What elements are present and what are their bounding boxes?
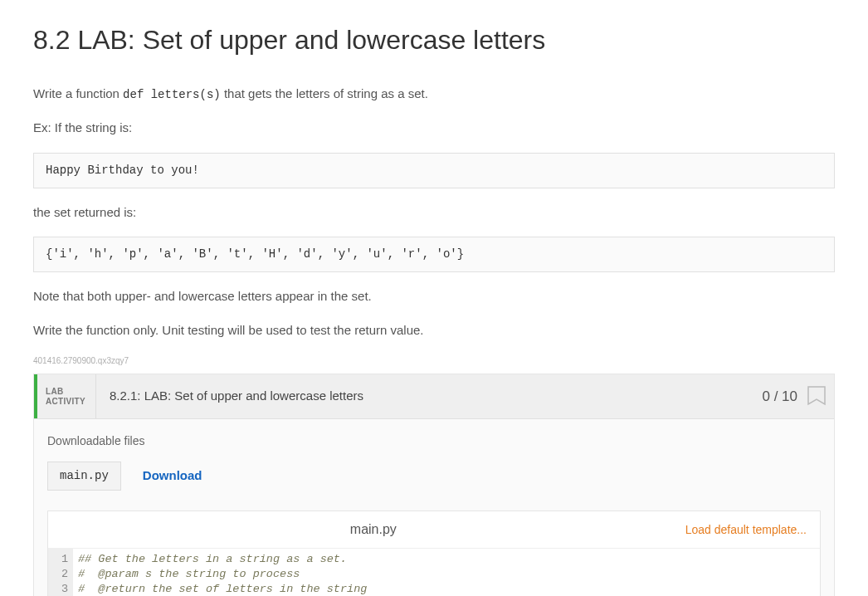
lab-activity-panel: LAB ACTIVITY 8.2.1: LAB: Set of upper an… bbox=[33, 374, 835, 596]
code-line[interactable]: # @param s the string to process bbox=[78, 567, 815, 582]
line-number: 3 bbox=[51, 582, 68, 596]
note-1: Note that both upper- and lowercase lett… bbox=[33, 287, 835, 306]
example-label: Ex: If the string is: bbox=[33, 119, 835, 138]
line-number: 2 bbox=[51, 567, 68, 582]
bookmark-icon[interactable] bbox=[807, 386, 826, 408]
load-default-link[interactable]: Load default template... bbox=[685, 521, 807, 539]
code-area[interactable]: ## Get the letters in a string as a set.… bbox=[73, 549, 820, 596]
file-chip: main.py bbox=[47, 462, 121, 491]
lab-badge-line2: ACTIVITY bbox=[46, 397, 85, 407]
editor-filename: main.py bbox=[61, 520, 685, 540]
intro-code: def letters(s) bbox=[123, 88, 221, 101]
lab-header: LAB ACTIVITY 8.2.1: LAB: Set of upper an… bbox=[34, 374, 834, 419]
note-2: Write the function only. Unit testing wi… bbox=[33, 321, 835, 340]
download-link[interactable]: Download bbox=[143, 467, 202, 486]
lab-badge: LAB ACTIVITY bbox=[37, 374, 96, 418]
editor-body[interactable]: 123456 ## Get the letters in a string as… bbox=[48, 549, 820, 596]
page-title: 8.2 LAB: Set of upper and lowercase lett… bbox=[33, 20, 835, 60]
lab-score-area: 0 / 10 bbox=[749, 374, 834, 418]
example-input-block: Happy Birthday to you! bbox=[33, 153, 835, 188]
score-value: 0 / 10 bbox=[762, 386, 797, 408]
intro-paragraph: Write a function def letters(s) that get… bbox=[33, 85, 835, 104]
lab-badge-line1: LAB bbox=[46, 387, 85, 397]
code-editor: main.py Load default template... 123456 … bbox=[47, 511, 821, 596]
intro-text-post: that gets the letters of string as a set… bbox=[221, 86, 428, 100]
code-line[interactable]: # @return the set of letters in the stri… bbox=[78, 582, 815, 596]
lab-title: 8.2.1: LAB: Set of upper and lowercase l… bbox=[96, 374, 749, 418]
editor-header: main.py Load default template... bbox=[48, 511, 820, 549]
result-label: the set returned is: bbox=[33, 203, 835, 222]
lab-body: Downloadable files main.py Download main… bbox=[34, 419, 834, 596]
downloadable-label: Downloadable files bbox=[47, 432, 821, 450]
line-number: 1 bbox=[51, 552, 68, 567]
line-gutter: 123456 bbox=[48, 549, 73, 596]
intro-text-pre: Write a function bbox=[33, 86, 123, 100]
example-output-block: {'i', 'h', 'p', 'a', 'B', 't', 'H', 'd',… bbox=[33, 237, 835, 272]
download-row: main.py Download bbox=[47, 462, 821, 491]
activity-id: 401416.2790900.qx3zqy7 bbox=[33, 354, 835, 367]
code-line[interactable]: ## Get the letters in a string as a set. bbox=[78, 552, 815, 567]
